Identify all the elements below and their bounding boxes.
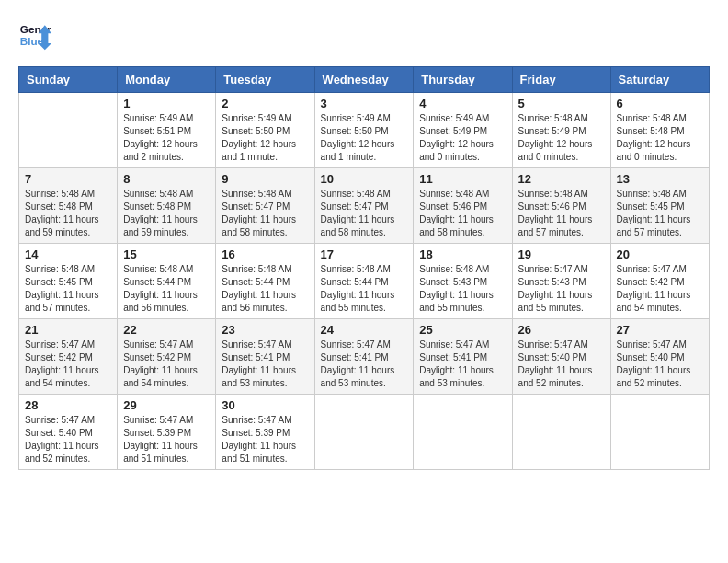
day-info: Sunrise: 5:47 AMSunset: 5:41 PMDaylight:… bbox=[321, 339, 408, 390]
day-number: 29 bbox=[123, 398, 210, 412]
day-number: 12 bbox=[518, 172, 605, 186]
day-number: 11 bbox=[419, 172, 506, 186]
day-info: Sunrise: 5:48 AMSunset: 5:48 PMDaylight:… bbox=[123, 188, 210, 239]
calendar-cell: 10Sunrise: 5:48 AMSunset: 5:47 PMDayligh… bbox=[314, 168, 414, 244]
day-info: Sunrise: 5:48 AMSunset: 5:48 PMDaylight:… bbox=[617, 112, 703, 164]
day-info: Sunrise: 5:47 AMSunset: 5:40 PMDaylight:… bbox=[617, 339, 703, 390]
calendar-cell: 1Sunrise: 5:49 AMSunset: 5:51 PMDaylight… bbox=[118, 93, 216, 168]
calendar-cell: 7Sunrise: 5:48 AMSunset: 5:48 PMDaylight… bbox=[19, 168, 118, 244]
day-info: Sunrise: 5:48 AMSunset: 5:47 PMDaylight:… bbox=[222, 188, 308, 239]
day-number: 22 bbox=[123, 323, 210, 337]
day-info: Sunrise: 5:48 AMSunset: 5:44 PMDaylight:… bbox=[321, 263, 408, 315]
weekday-header-saturday: Saturday bbox=[610, 67, 709, 93]
day-info: Sunrise: 5:48 AMSunset: 5:46 PMDaylight:… bbox=[419, 188, 506, 239]
day-number: 9 bbox=[222, 172, 308, 186]
day-number: 23 bbox=[222, 323, 308, 337]
calendar-cell: 3Sunrise: 5:49 AMSunset: 5:50 PMDaylight… bbox=[314, 93, 414, 168]
calendar-week-row: 7Sunrise: 5:48 AMSunset: 5:48 PMDaylight… bbox=[19, 168, 710, 244]
day-number: 20 bbox=[617, 247, 703, 261]
calendar-cell: 12Sunrise: 5:48 AMSunset: 5:46 PMDayligh… bbox=[512, 168, 610, 244]
day-info: Sunrise: 5:47 AMSunset: 5:42 PMDaylight:… bbox=[617, 263, 703, 315]
calendar-cell: 18Sunrise: 5:48 AMSunset: 5:43 PMDayligh… bbox=[414, 244, 512, 319]
calendar-cell: 28Sunrise: 5:47 AMSunset: 5:40 PMDayligh… bbox=[19, 395, 118, 470]
day-info: Sunrise: 5:47 AMSunset: 5:43 PMDaylight:… bbox=[518, 263, 605, 315]
calendar-cell: 9Sunrise: 5:48 AMSunset: 5:47 PMDaylight… bbox=[216, 168, 314, 244]
day-number: 13 bbox=[617, 172, 703, 186]
day-info: Sunrise: 5:48 AMSunset: 5:43 PMDaylight:… bbox=[419, 263, 506, 315]
calendar-cell: 26Sunrise: 5:47 AMSunset: 5:40 PMDayligh… bbox=[512, 319, 610, 395]
logo: General Blue bbox=[18, 18, 51, 52]
calendar-cell: 23Sunrise: 5:47 AMSunset: 5:41 PMDayligh… bbox=[216, 319, 314, 395]
day-number: 28 bbox=[25, 398, 111, 412]
day-info: Sunrise: 5:48 AMSunset: 5:45 PMDaylight:… bbox=[25, 263, 111, 315]
weekday-header-sunday: Sunday bbox=[19, 67, 118, 93]
day-number: 21 bbox=[25, 323, 111, 337]
calendar-table: SundayMondayTuesdayWednesdayThursdayFrid… bbox=[18, 66, 710, 470]
day-number: 30 bbox=[222, 398, 308, 412]
calendar-cell: 24Sunrise: 5:47 AMSunset: 5:41 PMDayligh… bbox=[314, 319, 414, 395]
calendar-week-row: 14Sunrise: 5:48 AMSunset: 5:45 PMDayligh… bbox=[19, 244, 710, 319]
calendar-cell: 25Sunrise: 5:47 AMSunset: 5:41 PMDayligh… bbox=[414, 319, 512, 395]
weekday-header-friday: Friday bbox=[512, 67, 610, 93]
weekday-header-thursday: Thursday bbox=[414, 67, 512, 93]
weekday-header-row: SundayMondayTuesdayWednesdayThursdayFrid… bbox=[19, 67, 710, 93]
calendar-cell bbox=[314, 395, 414, 470]
day-info: Sunrise: 5:49 AMSunset: 5:49 PMDaylight:… bbox=[419, 112, 506, 164]
day-info: Sunrise: 5:48 AMSunset: 5:47 PMDaylight:… bbox=[321, 188, 408, 239]
calendar-cell bbox=[512, 395, 610, 470]
calendar-cell: 30Sunrise: 5:47 AMSunset: 5:39 PMDayligh… bbox=[216, 395, 314, 470]
day-number: 19 bbox=[518, 247, 605, 261]
day-info: Sunrise: 5:49 AMSunset: 5:51 PMDaylight:… bbox=[123, 112, 210, 164]
day-number: 5 bbox=[518, 97, 605, 110]
day-info: Sunrise: 5:48 AMSunset: 5:45 PMDaylight:… bbox=[617, 188, 703, 239]
day-info: Sunrise: 5:49 AMSunset: 5:50 PMDaylight:… bbox=[222, 112, 308, 164]
day-info: Sunrise: 5:47 AMSunset: 5:41 PMDaylight:… bbox=[222, 339, 308, 390]
calendar-cell: 4Sunrise: 5:49 AMSunset: 5:49 PMDaylight… bbox=[414, 93, 512, 168]
day-info: Sunrise: 5:47 AMSunset: 5:42 PMDaylight:… bbox=[25, 339, 111, 390]
day-number: 2 bbox=[222, 97, 308, 110]
day-number: 18 bbox=[419, 247, 506, 261]
calendar-cell: 14Sunrise: 5:48 AMSunset: 5:45 PMDayligh… bbox=[19, 244, 118, 319]
calendar-cell: 27Sunrise: 5:47 AMSunset: 5:40 PMDayligh… bbox=[610, 319, 709, 395]
calendar-cell: 22Sunrise: 5:47 AMSunset: 5:42 PMDayligh… bbox=[118, 319, 216, 395]
day-info: Sunrise: 5:48 AMSunset: 5:48 PMDaylight:… bbox=[25, 188, 111, 239]
weekday-header-monday: Monday bbox=[118, 67, 216, 93]
calendar-week-row: 1Sunrise: 5:49 AMSunset: 5:51 PMDaylight… bbox=[19, 93, 710, 168]
day-number: 3 bbox=[321, 97, 408, 110]
day-number: 24 bbox=[321, 323, 408, 337]
calendar-cell: 29Sunrise: 5:47 AMSunset: 5:39 PMDayligh… bbox=[118, 395, 216, 470]
page-header: General Blue bbox=[18, 18, 710, 52]
calendar-cell bbox=[414, 395, 512, 470]
calendar-cell: 8Sunrise: 5:48 AMSunset: 5:48 PMDaylight… bbox=[118, 168, 216, 244]
day-number: 1 bbox=[123, 97, 210, 110]
calendar-cell: 2Sunrise: 5:49 AMSunset: 5:50 PMDaylight… bbox=[216, 93, 314, 168]
calendar-cell: 20Sunrise: 5:47 AMSunset: 5:42 PMDayligh… bbox=[610, 244, 709, 319]
calendar-cell: 15Sunrise: 5:48 AMSunset: 5:44 PMDayligh… bbox=[118, 244, 216, 319]
day-number: 15 bbox=[123, 247, 210, 261]
day-number: 26 bbox=[518, 323, 605, 337]
day-number: 25 bbox=[419, 323, 506, 337]
day-info: Sunrise: 5:47 AMSunset: 5:39 PMDaylight:… bbox=[222, 414, 308, 465]
calendar-cell: 6Sunrise: 5:48 AMSunset: 5:48 PMDaylight… bbox=[610, 93, 709, 168]
calendar-cell: 5Sunrise: 5:48 AMSunset: 5:49 PMDaylight… bbox=[512, 93, 610, 168]
day-info: Sunrise: 5:47 AMSunset: 5:40 PMDaylight:… bbox=[25, 414, 111, 465]
day-info: Sunrise: 5:48 AMSunset: 5:46 PMDaylight:… bbox=[518, 188, 605, 239]
calendar-cell bbox=[19, 93, 118, 168]
day-info: Sunrise: 5:47 AMSunset: 5:42 PMDaylight:… bbox=[123, 339, 210, 390]
day-info: Sunrise: 5:47 AMSunset: 5:39 PMDaylight:… bbox=[123, 414, 210, 465]
day-info: Sunrise: 5:47 AMSunset: 5:40 PMDaylight:… bbox=[518, 339, 605, 390]
weekday-header-tuesday: Tuesday bbox=[216, 67, 314, 93]
calendar-cell: 13Sunrise: 5:48 AMSunset: 5:45 PMDayligh… bbox=[610, 168, 709, 244]
calendar-cell: 21Sunrise: 5:47 AMSunset: 5:42 PMDayligh… bbox=[19, 319, 118, 395]
weekday-header-wednesday: Wednesday bbox=[314, 67, 414, 93]
calendar-cell bbox=[610, 395, 709, 470]
calendar-cell: 16Sunrise: 5:48 AMSunset: 5:44 PMDayligh… bbox=[216, 244, 314, 319]
day-info: Sunrise: 5:49 AMSunset: 5:50 PMDaylight:… bbox=[321, 112, 408, 164]
day-number: 27 bbox=[617, 323, 703, 337]
calendar-week-row: 21Sunrise: 5:47 AMSunset: 5:42 PMDayligh… bbox=[19, 319, 710, 395]
day-number: 7 bbox=[25, 172, 111, 186]
day-number: 16 bbox=[222, 247, 308, 261]
calendar-cell: 17Sunrise: 5:48 AMSunset: 5:44 PMDayligh… bbox=[314, 244, 414, 319]
day-number: 6 bbox=[617, 97, 703, 110]
day-info: Sunrise: 5:47 AMSunset: 5:41 PMDaylight:… bbox=[419, 339, 506, 390]
